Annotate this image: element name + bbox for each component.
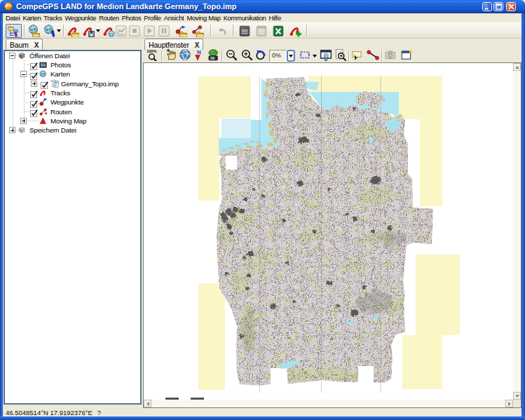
redraw-button[interactable] — [254, 50, 268, 62]
save-track-button[interactable] — [81, 24, 95, 38]
excel-button[interactable] — [271, 24, 285, 38]
new-window-button[interactable] — [400, 50, 413, 62]
tree-item--ffenen-datei[interactable]: Öffenen Datei — [29, 52, 70, 60]
status-bar: 46.5048514°N 17.9192376°E ? — [3, 409, 521, 416]
menu-item-hilfe[interactable]: Hilfe — [268, 13, 282, 22]
camera-button[interactable] — [384, 50, 397, 62]
tree-item-speichern-datei[interactable]: Speichern Datei — [29, 126, 76, 135]
track-globe-button[interactable] — [101, 24, 116, 38]
zoom-level-dropdown-button[interactable] — [287, 50, 295, 62]
tree-item-karten[interactable]: Karten — [50, 69, 70, 79]
tree-view-button[interactable] — [6, 24, 22, 38]
minimize-button[interactable] — [482, 2, 492, 11]
threed-button[interactable]: 3D — [205, 50, 220, 62]
tree-expander-plus-icon[interactable] — [20, 118, 27, 124]
map-canvas[interactable] — [144, 63, 513, 400]
undo-button[interactable] — [214, 24, 229, 38]
tree-expander-plus-icon[interactable] — [9, 127, 15, 133]
tree-checkbox[interactable] — [30, 71, 37, 78]
toolbar-separator — [63, 25, 64, 36]
scroll-right-button[interactable] — [505, 400, 513, 407]
monitor-globe-button[interactable] — [320, 50, 332, 62]
tree-checkbox[interactable] — [30, 99, 37, 106]
tree-checkbox[interactable] — [30, 108, 37, 115]
scroll-up-button[interactable] — [513, 63, 521, 71]
graph-button[interactable] — [115, 24, 128, 38]
app-icon — [4, 1, 13, 11]
mag-paper-button[interactable] — [334, 50, 346, 62]
link-button[interactable] — [365, 50, 379, 62]
tree-item-routen[interactable]: Routen — [50, 107, 71, 116]
open-waypoint-icon — [175, 25, 187, 37]
menu-item-photos[interactable]: Photos — [121, 13, 142, 22]
tree-checkbox[interactable] — [30, 89, 37, 96]
maximize-button[interactable] — [493, 2, 503, 11]
menu-item-moving-map[interactable]: Moving Map — [185, 13, 221, 22]
tree-item-wegpunkte[interactable]: Wegpunkte — [50, 97, 84, 107]
open-route-icon — [191, 25, 204, 37]
tree-item-label: Germany_Topo.imp — [61, 80, 118, 88]
zoom-out-button[interactable] — [224, 50, 238, 62]
tree-item-moving-map[interactable]: Moving Map — [50, 116, 86, 126]
dropdown-button[interactable] — [312, 50, 318, 62]
open-route-button[interactable] — [190, 24, 205, 38]
hand-button[interactable] — [164, 50, 178, 62]
track-plus-button[interactable] — [287, 24, 303, 38]
stop-button[interactable] — [128, 24, 141, 38]
vertical-scrollbar[interactable] — [513, 63, 521, 400]
tab-baum-close-icon[interactable]: X — [33, 41, 39, 49]
play-button[interactable] — [143, 24, 156, 38]
menu-item-tracks[interactable]: Tracks — [42, 13, 63, 22]
close-button[interactable] — [506, 2, 516, 11]
tree-expander-minus-icon[interactable] — [20, 71, 27, 77]
menu-item-kommunikation[interactable]: Kommunikation — [222, 13, 268, 22]
zoom-out-icon — [225, 48, 238, 61]
zoom-in-icon — [240, 48, 253, 64]
tree-expander-plus-icon[interactable] — [31, 81, 37, 87]
track-globe-icon — [102, 25, 115, 37]
databook-gray-button[interactable] — [254, 24, 268, 38]
map-edit-icon — [43, 25, 55, 37]
menu-item-datei[interactable]: Datei — [4, 13, 21, 22]
tab-hauptfenster-close-icon[interactable]: X — [193, 41, 199, 49]
scroll-left-button[interactable] — [144, 400, 151, 407]
menu-item-ansicht[interactable]: Ansicht — [163, 13, 186, 22]
horizontal-scrollbar[interactable] — [144, 400, 513, 407]
tree-checkbox[interactable] — [41, 80, 48, 87]
zoom-100-icon: 100% — [145, 48, 159, 64]
zoom-level-combo[interactable]: 0% — [269, 50, 295, 62]
tree-item-germany-topo-imp[interactable]: Germany_Topo.imp — [61, 79, 118, 88]
zoom-in-button[interactable] — [240, 50, 254, 62]
menu-item-karten[interactable]: Karten — [21, 13, 42, 22]
open-track-button[interactable] — [65, 24, 80, 38]
photos-icon — [39, 61, 48, 70]
zoom-100-button[interactable]: 100% — [144, 50, 160, 62]
zoom-level-value[interactable]: 0% — [269, 50, 287, 62]
globe-cross-button[interactable] — [178, 50, 192, 62]
tab-baum[interactable]: Baum X — [6, 39, 43, 50]
waypoint-n-button[interactable]: N — [192, 50, 205, 62]
open-map-button[interactable] — [26, 24, 41, 38]
pause-button[interactable] — [158, 24, 170, 38]
note-button[interactable] — [350, 50, 363, 62]
tree-checkbox[interactable] — [30, 61, 37, 68]
menu-item-wegpunkte[interactable]: Wegpunkte — [63, 13, 97, 22]
new-window-icon — [400, 48, 413, 64]
tree-item-tracks[interactable]: Tracks — [50, 88, 70, 97]
open-waypoint-button[interactable] — [173, 24, 189, 38]
track-plus-icon — [289, 25, 301, 37]
map-edit-button[interactable] — [41, 24, 56, 38]
tree-item-photos[interactable]: Photos — [50, 60, 71, 69]
scroll-down-button[interactable] — [513, 392, 521, 400]
dropdown-icon — [96, 29, 100, 32]
status-extra: ? — [93, 409, 101, 416]
dropdown-button[interactable] — [56, 24, 62, 38]
menu-item-profile[interactable]: Profile — [142, 13, 162, 22]
camera-icon — [384, 48, 397, 64]
excel-icon — [272, 25, 285, 37]
zoom-window-button[interactable] — [299, 50, 311, 62]
menu-item-routen[interactable]: Routen — [97, 13, 121, 22]
databook-button[interactable] — [237, 24, 252, 38]
dropdown-button[interactable] — [95, 24, 101, 38]
tree-expander-minus-icon[interactable] — [9, 53, 15, 59]
